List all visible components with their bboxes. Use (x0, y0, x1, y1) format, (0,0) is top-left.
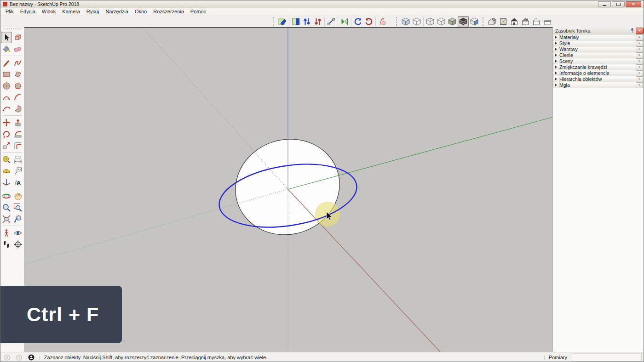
offset-tool-button[interactable] (12, 140, 23, 151)
view-front-button[interactable] (509, 16, 520, 27)
rotate-cw-red-button[interactable] (363, 16, 374, 27)
section-close-button[interactable]: × (636, 40, 643, 46)
menu-widok[interactable]: Widok (39, 9, 59, 14)
tray-section-informacje[interactable]: Informacje o elemencie× (553, 70, 644, 76)
view-right-button[interactable] (520, 16, 531, 27)
scale-tool-button[interactable] (1, 140, 12, 151)
menu-rysuj[interactable]: Rysuj (83, 9, 103, 14)
tray-section-cienie[interactable]: Cienie× (553, 52, 644, 58)
freehand-tool-button[interactable] (12, 57, 23, 68)
shaded-textures-button[interactable] (458, 16, 469, 27)
orbit-tool-button[interactable] (1, 190, 12, 202)
eraser-tool-button[interactable] (12, 43, 23, 55)
circle-tool-button[interactable] (1, 80, 12, 91)
tape-measure-tool-button[interactable] (1, 153, 12, 165)
menu-plik[interactable]: Plik (2, 9, 17, 14)
toolbar-drag-handle[interactable] (396, 17, 399, 26)
claim-credit-icon[interactable] (16, 355, 22, 361)
menu-kamera[interactable]: Kamera (59, 9, 83, 14)
menu-edycja[interactable]: Edycja (17, 9, 39, 14)
rotate-ccw-blue-button[interactable] (352, 16, 363, 27)
section-close-button[interactable]: × (636, 82, 643, 88)
section-close-button[interactable]: × (636, 58, 643, 64)
tray-section-warstwy[interactable]: Warstwy× (553, 46, 644, 52)
wireframe-button[interactable] (425, 16, 436, 27)
view-left-button[interactable] (542, 16, 553, 27)
hidden-line-button[interactable] (436, 16, 447, 27)
view-top-button[interactable] (498, 16, 509, 27)
paint-bucket-tool-button[interactable] (1, 43, 12, 55)
move-tool-button[interactable] (1, 117, 12, 128)
toolbar-drag-handle[interactable] (483, 17, 485, 26)
make-component-tool-button[interactable] (12, 32, 23, 43)
sign-in-person-icon[interactable] (28, 354, 34, 361)
arrows-down-red-button[interactable] (312, 16, 323, 27)
look-around-tool-button[interactable] (12, 227, 23, 238)
arc-3pt-tool-button[interactable] (1, 103, 12, 114)
toolbar-drag-handle[interactable] (273, 17, 276, 26)
back-edges-button[interactable] (411, 16, 422, 27)
tray-close-button[interactable]: × (636, 28, 644, 34)
xray-button[interactable] (400, 16, 411, 27)
section-close-button[interactable]: × (636, 46, 643, 52)
section-close-button[interactable]: × (636, 64, 643, 70)
tray-section-zmiekczanie[interactable]: Zmiękczanie krawędzi× (553, 64, 644, 70)
menu-okno[interactable]: Okno (132, 9, 150, 14)
zoom-extents-tool-button[interactable] (1, 213, 12, 225)
pie-tool-button[interactable] (12, 103, 23, 114)
measurements-input[interactable] (572, 353, 642, 362)
view-iso-button[interactable] (487, 16, 498, 27)
restore-button[interactable] (612, 1, 625, 7)
pan-tool-button[interactable] (12, 190, 23, 202)
zoom-previous-tool-button[interactable] (12, 213, 23, 225)
walk-tool-button[interactable] (1, 238, 12, 250)
tray-section-style[interactable]: Style× (553, 40, 644, 46)
rotate-tool-button[interactable] (1, 128, 12, 140)
3d-text-tool-button[interactable]: AA (12, 176, 23, 188)
shaded-button[interactable] (447, 16, 458, 27)
arc-tool-button[interactable] (12, 91, 23, 103)
diagonal-arrow-button[interactable] (326, 16, 337, 27)
close-button[interactable]: × (626, 1, 641, 7)
rotated-rectangle-tool-button[interactable] (12, 68, 23, 80)
curve-edit-button[interactable] (377, 16, 388, 27)
section-close-button[interactable]: × (636, 52, 643, 58)
section-plane-tool-button[interactable] (12, 238, 23, 250)
menu-pomoc[interactable]: Pomoc (187, 9, 209, 14)
toolbar-drag-handle[interactable] (3, 28, 21, 31)
pin-icon[interactable] (630, 28, 634, 33)
geolocation-icon[interactable] (4, 355, 10, 361)
line-tool-button[interactable] (1, 57, 12, 68)
zoom-tool-button[interactable] (1, 202, 12, 213)
follow-me-tool-button[interactable] (12, 128, 23, 140)
section-close-button[interactable]: × (636, 34, 643, 40)
section-close-button[interactable]: × (636, 76, 643, 82)
arrows-up-blue-button[interactable] (301, 16, 312, 27)
zoom-window-tool-button[interactable] (12, 202, 23, 213)
tray-section-sceny[interactable]: Sceny× (553, 58, 644, 64)
menu-narzedzia[interactable]: Narzędzia (102, 9, 132, 14)
minimize-button[interactable] (598, 1, 611, 7)
surface-b-button[interactable] (290, 16, 301, 27)
surface-a-button[interactable] (277, 16, 288, 27)
arc-2pt-tool-button[interactable] (1, 91, 12, 103)
measurements-grip[interactable]: | (544, 355, 545, 360)
rotated-circle-face[interactable] (224, 126, 351, 248)
polygon-tool-button[interactable] (12, 80, 23, 91)
push-pull-tool-button[interactable] (12, 117, 23, 128)
rectangle-tool-button[interactable] (1, 68, 12, 80)
axes-tool-button[interactable] (1, 176, 12, 188)
section-close-button[interactable]: × (636, 70, 643, 76)
select-tool-button[interactable] (1, 32, 12, 43)
view-back-button[interactable] (531, 16, 542, 27)
text-tool-button[interactable]: A1 (12, 165, 23, 176)
protractor-tool-button[interactable] (1, 165, 12, 176)
monochrome-button[interactable] (469, 16, 480, 27)
tray-section-hierarchia[interactable]: Hierarchia obiektów× (553, 76, 644, 82)
position-camera-tool-button[interactable] (1, 227, 12, 238)
menu-rozszerzenia[interactable]: Rozszerzenia (150, 9, 187, 14)
tray-section-materialy[interactable]: Materiały× (553, 34, 644, 40)
dimension-tool-button[interactable] (12, 153, 23, 165)
tray-section-mgla[interactable]: Mgła× (553, 82, 644, 88)
flip-direction-button[interactable] (339, 16, 350, 27)
